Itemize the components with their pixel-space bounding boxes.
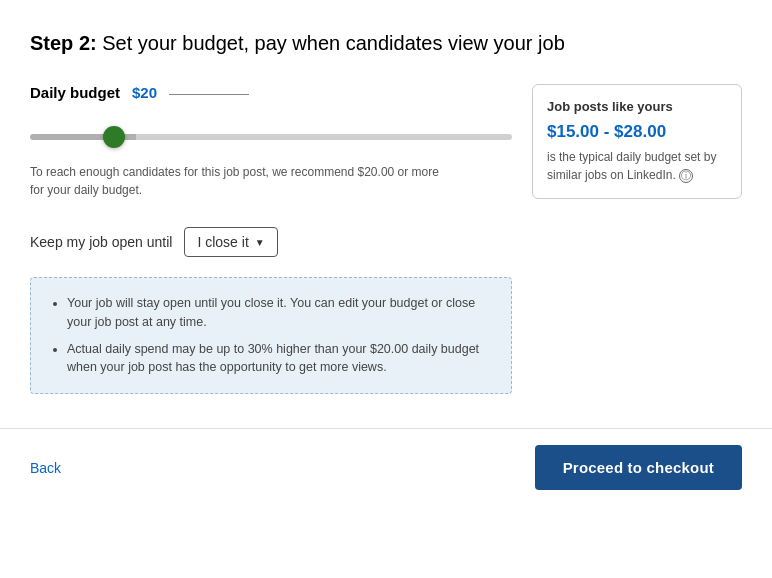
keep-open-value: I close it (197, 234, 248, 250)
keep-open-label: Keep my job open until (30, 234, 172, 250)
info-bullet-2: Actual daily spend may be up to 30% high… (67, 340, 493, 378)
budget-row: Daily budget $20 (30, 84, 512, 101)
keep-open-row: Keep my job open until I close it ▼ (30, 227, 512, 257)
budget-label: Daily budget (30, 84, 120, 101)
budget-hint: To reach enough candidates for this job … (30, 163, 450, 199)
keep-open-dropdown[interactable]: I close it ▼ (184, 227, 277, 257)
slider-container[interactable] (30, 119, 512, 151)
job-posts-title: Job posts like yours (547, 99, 727, 114)
left-panel: Daily budget $20 To reach enough candida… (30, 84, 512, 418)
info-bullet-1: Your job will stay open until you close … (67, 294, 493, 332)
budget-slider[interactable] (30, 134, 512, 140)
budget-underline (169, 91, 249, 95)
budget-value: $20 (132, 84, 157, 101)
job-posts-range: $15.00 - $28.00 (547, 122, 727, 142)
info-circle-icon[interactable]: ⓘ (679, 169, 693, 183)
dropdown-arrow-icon: ▼ (255, 237, 265, 248)
job-posts-description: is the typical daily budget set by simil… (547, 148, 727, 184)
right-panel: Job posts like yours $15.00 - $28.00 is … (532, 84, 742, 199)
job-posts-card: Job posts like yours $15.00 - $28.00 is … (532, 84, 742, 199)
checkout-button[interactable]: Proceed to checkout (535, 445, 742, 490)
back-button[interactable]: Back (30, 460, 61, 476)
footer: Back Proceed to checkout (0, 428, 772, 510)
main-content: Daily budget $20 To reach enough candida… (30, 84, 742, 418)
page-container: Step 2: Set your budget, pay when candid… (0, 0, 772, 418)
title-rest: Set your budget, pay when candidates vie… (97, 32, 565, 54)
page-title: Step 2: Set your budget, pay when candid… (30, 30, 742, 56)
info-box: Your job will stay open until you close … (30, 277, 512, 394)
step-label: Step 2: (30, 32, 97, 54)
